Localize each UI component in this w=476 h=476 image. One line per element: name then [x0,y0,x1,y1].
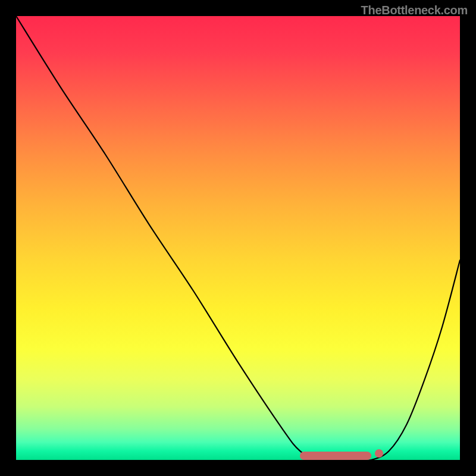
bottleneck-curve [16,16,460,460]
watermark-text: TheBottleneck.com [361,4,468,17]
plot-area [16,16,460,460]
optimal-end-dot [375,449,383,458]
optimal-range-marker [300,452,371,460]
